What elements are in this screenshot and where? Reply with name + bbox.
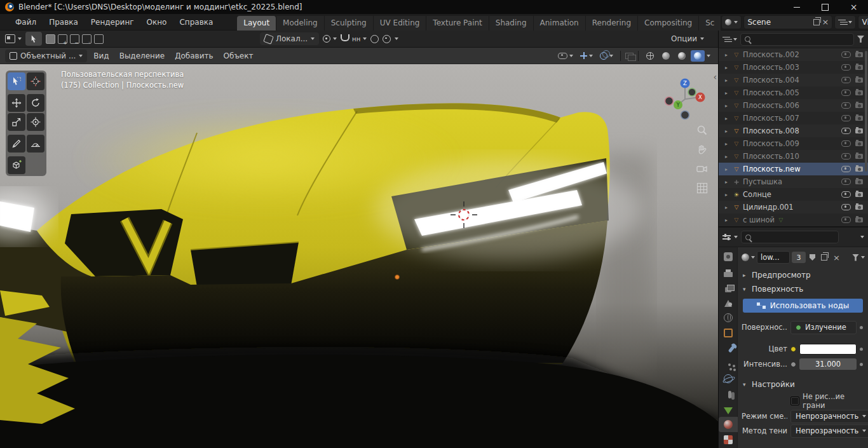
chevron-down-icon[interactable] (395, 37, 398, 40)
properties-tab-data[interactable] (719, 402, 738, 417)
disclosure-right-icon[interactable]: ▸ (725, 52, 730, 58)
unlink-material-button[interactable]: × (831, 252, 842, 263)
properties-editor-icon[interactable] (722, 234, 731, 240)
disclosure-right-icon[interactable]: ▸ (725, 128, 730, 134)
viewport-menu-item[interactable]: Выделение (114, 49, 170, 63)
filter-dropdown[interactable] (852, 254, 865, 261)
minimize-button[interactable] (782, 0, 811, 14)
disclosure-right-icon[interactable]: ▸ (725, 217, 730, 223)
properties-tab-constraints[interactable] (719, 386, 738, 402)
shading-wireframe-button[interactable] (643, 50, 657, 62)
view-layer-name-field[interactable]: View Layer × (858, 15, 868, 29)
camera-icon[interactable] (855, 179, 863, 184)
section-settings[interactable]: ▾ Настройки (738, 377, 868, 391)
camera-icon[interactable] (855, 166, 863, 172)
add-cube-tool-button[interactable] (8, 156, 25, 174)
menubar-item[interactable]: Окно (140, 15, 173, 29)
camera-icon[interactable] (855, 205, 863, 210)
blend-mode-dropdown[interactable]: Непрозрачность (790, 410, 868, 423)
outliner-row[interactable]: ▸▽Плоскость.005 (719, 86, 868, 99)
options-dropdown[interactable]: Опции (671, 34, 713, 43)
outliner-row[interactable]: ▸☀Солнце (719, 188, 868, 201)
viewport-3d[interactable]: Объектный ... ВидВыделениеДобавитьОбъект (0, 48, 718, 448)
workspace-tab[interactable]: Layout (237, 16, 276, 31)
camera-view-icon[interactable] (696, 163, 709, 175)
chevron-down-icon[interactable] (734, 236, 738, 238)
workspace-tab[interactable]: Sc (699, 16, 721, 31)
viewport-menu-item[interactable]: Добавить (170, 49, 218, 63)
disclosure-right-icon[interactable]: ▸ (725, 103, 730, 109)
camera-icon[interactable] (855, 52, 863, 57)
zoom-icon[interactable] (696, 124, 709, 137)
properties-tab-output[interactable] (719, 264, 738, 280)
scene-browse-dropdown[interactable] (721, 15, 742, 29)
outliner-row[interactable]: ▸▽Плоскость.009 (719, 137, 868, 150)
sidebar-collapse-chevron-icon[interactable]: ‹ (713, 72, 717, 82)
view-layer-browse-dropdown[interactable] (834, 15, 856, 29)
proportional-editing-toggle[interactable] (370, 35, 379, 43)
gizmos-dropdown[interactable] (578, 50, 595, 62)
use-nodes-button[interactable]: Использовать ноды (743, 299, 863, 313)
camera-icon[interactable] (855, 103, 863, 108)
properties-tab-material[interactable] (719, 417, 738, 432)
eye-icon[interactable] (841, 128, 851, 134)
shadow-method-dropdown[interactable]: Непрозрачность (790, 424, 868, 438)
workspace-tab[interactable]: Modeling (276, 16, 325, 31)
camera-icon[interactable] (855, 65, 863, 70)
camera-icon[interactable] (855, 78, 863, 83)
active-tool-button[interactable] (25, 32, 42, 46)
properties-tab-physics[interactable] (719, 371, 738, 386)
shading-rendered-button[interactable] (691, 50, 705, 62)
disclosure-right-icon[interactable]: ▸ (725, 65, 730, 71)
maximize-button[interactable] (811, 0, 839, 14)
fake-user-button[interactable] (808, 252, 817, 263)
workspace-tab[interactable]: Texture Paint (426, 16, 489, 31)
disclosure-right-icon[interactable]: ▸ (725, 166, 730, 172)
pan-hand-icon[interactable] (696, 144, 709, 156)
properties-tab-texture[interactable] (719, 432, 738, 447)
outliner-search-input[interactable] (754, 34, 850, 44)
properties-tab-object[interactable] (719, 325, 738, 341)
menubar-item[interactable]: Рендеринг (85, 15, 140, 29)
new-material-button[interactable] (819, 252, 829, 263)
menubar-item[interactable]: Справка (173, 15, 219, 29)
shading-solid-button[interactable] (659, 50, 673, 62)
outliner-search[interactable] (740, 33, 854, 46)
navigation-gizmo[interactable]: Z X Y (661, 75, 709, 123)
shader-dropdown[interactable]: Излучение (790, 321, 857, 334)
disclosure-right-icon[interactable]: ▸ (725, 141, 730, 147)
outliner-row[interactable]: ▸▽с шиной▽ (719, 214, 868, 226)
outliner-editor-icon[interactable] (722, 36, 730, 43)
disclosure-right-icon[interactable]: ▸ (725, 179, 730, 185)
camera-icon[interactable] (855, 217, 863, 222)
workspace-tab[interactable]: Sculpting (325, 16, 374, 31)
camera-icon[interactable] (855, 141, 863, 146)
magnet-icon[interactable] (341, 34, 349, 41)
eye-icon[interactable] (841, 51, 851, 58)
scene-name-field[interactable]: Scene × (743, 15, 832, 29)
close-button[interactable]: × (839, 0, 868, 14)
workspace-tab[interactable]: Rendering (586, 16, 638, 31)
cursor-tool-button[interactable] (27, 72, 44, 90)
select-mode-intersect-button[interactable] (94, 34, 104, 44)
properties-tab-modifiers[interactable] (719, 341, 738, 356)
properties-tab-view-layer[interactable] (719, 280, 738, 295)
outliner-row[interactable]: ▸▽Плоскость.004 (719, 74, 868, 86)
eye-icon[interactable] (841, 102, 851, 109)
outliner-row[interactable]: ▸▽Плоскость.010 (719, 150, 868, 163)
select-mode-invert-button[interactable] (82, 34, 92, 44)
new-scene-icon[interactable] (813, 19, 820, 25)
camera-icon[interactable] (855, 116, 863, 121)
select-box-tool-button[interactable] (8, 72, 25, 90)
color-swatch[interactable] (799, 344, 857, 355)
axis-neg-z-ball[interactable] (681, 111, 689, 119)
eye-icon[interactable] (841, 64, 851, 71)
disclosure-right-icon[interactable]: ▸ (725, 192, 730, 198)
workspace-tab[interactable]: UV Editing (374, 16, 427, 31)
strength-field[interactable]: 31.000 (799, 358, 857, 370)
editor-type-dropdown[interactable] (5, 34, 22, 43)
eye-icon[interactable] (841, 179, 851, 185)
properties-tab-world[interactable] (719, 310, 738, 325)
camera-icon[interactable] (855, 90, 863, 95)
rotate-tool-button[interactable] (27, 94, 44, 112)
